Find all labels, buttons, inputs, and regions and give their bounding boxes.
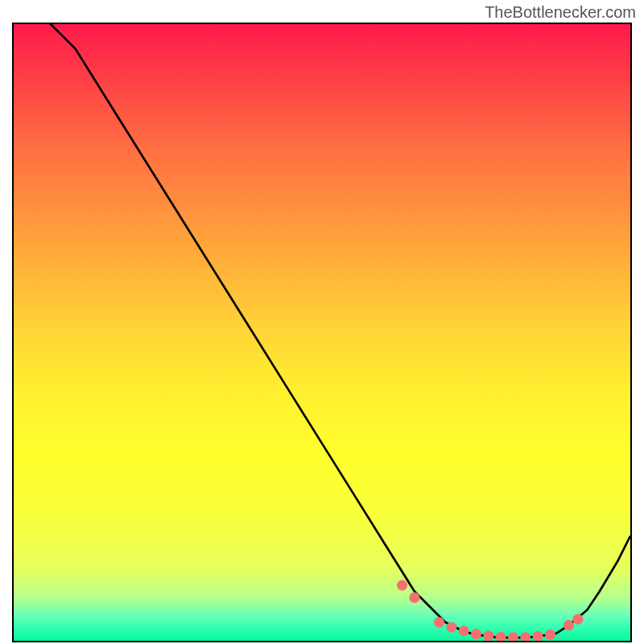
curve-marker <box>434 617 444 628</box>
curve-marker <box>459 625 469 636</box>
curve-marker <box>564 620 574 630</box>
curve-marker <box>409 592 419 603</box>
curve-marker <box>496 632 506 641</box>
curve-marker <box>533 631 543 641</box>
curve-marker <box>508 632 518 641</box>
curve-marker <box>446 622 456 633</box>
curve-marker <box>520 632 530 641</box>
bottleneck-curve-line <box>14 24 630 638</box>
curve-marker <box>572 614 583 625</box>
chart-svg <box>14 24 630 641</box>
curve-marker <box>471 629 481 639</box>
curve-marker <box>545 630 555 640</box>
bottleneck-chart <box>12 23 632 642</box>
curve-markers <box>397 580 583 641</box>
attribution-text: TheBottlenecker.com <box>485 3 636 22</box>
curve-marker <box>483 630 493 641</box>
curve-marker <box>397 580 407 591</box>
